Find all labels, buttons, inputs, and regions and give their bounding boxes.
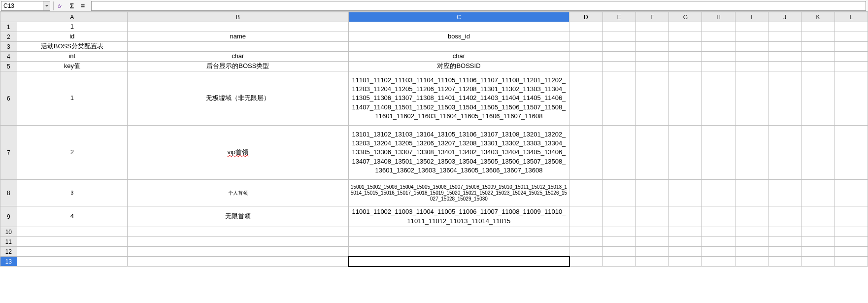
cell-I2[interactable] [735,32,768,42]
cell-J9[interactable] [768,206,801,227]
cell-L11[interactable] [835,237,868,247]
cell-L3[interactable] [835,42,868,52]
cell-I10[interactable] [735,227,768,237]
cell-J2[interactable] [768,32,801,42]
cell-J11[interactable] [768,237,801,247]
select-all-corner[interactable] [0,12,17,22]
column-header-B[interactable]: B [127,12,348,22]
row-header[interactable]: 13 [0,257,17,267]
cell-G4[interactable] [669,52,702,62]
cell-B6[interactable]: 无极墟域（非无限层） [127,71,348,126]
cell-I5[interactable] [735,62,768,71]
cell-B4[interactable]: char [127,52,348,62]
spreadsheet-grid[interactable]: ABCDEFGHIJKL 112idnameboss_id3活动BOSS分类配置… [0,12,868,267]
cell-E12[interactable] [602,247,635,257]
cell-A3[interactable]: 活动BOSS分类配置表 [17,42,127,52]
row-header[interactable]: 8 [0,180,17,206]
cell-H9[interactable] [702,206,735,227]
cell-G11[interactable] [669,237,702,247]
cell-K8[interactable] [801,180,835,206]
cell-J1[interactable] [768,22,801,32]
row-header[interactable]: 7 [0,126,17,180]
cell-C11[interactable] [348,237,569,247]
cell-L7[interactable] [835,126,868,180]
cell-C9[interactable]: 11001_11002_11003_11004_11005_11006_1100… [348,206,569,227]
cell-L2[interactable] [835,32,868,42]
row-header[interactable]: 9 [0,206,17,227]
cell-C5[interactable]: 对应的BOSSID [348,62,569,71]
cell-G3[interactable] [669,42,702,52]
cell-B11[interactable] [127,237,348,247]
cell-A4[interactable]: int [17,52,127,62]
cell-D10[interactable] [569,227,602,237]
row-header[interactable]: 6 [0,71,17,126]
cell-I9[interactable] [735,206,768,227]
equals-icon[interactable]: = [78,1,87,10]
cell-I8[interactable] [735,180,768,206]
cell-A10[interactable] [17,227,127,237]
cell-D7[interactable] [569,126,602,180]
name-box[interactable]: C13 [1,1,50,11]
cell-L9[interactable] [835,206,868,227]
cell-I3[interactable] [735,42,768,52]
cell-C8[interactable]: 15001_15002_15003_15004_15005_15006_1500… [348,180,569,206]
cell-H8[interactable] [702,180,735,206]
cell-B8[interactable]: 个人首领 [127,180,348,206]
cell-E3[interactable] [602,42,635,52]
cell-B5[interactable]: 后台显示的BOSS类型 [127,62,348,71]
cell-L13[interactable] [835,257,868,267]
cell-D3[interactable] [569,42,602,52]
cell-C12[interactable] [348,247,569,257]
cell-A12[interactable] [17,247,127,257]
row-header[interactable]: 12 [0,247,17,257]
cell-G7[interactable] [669,126,702,180]
cell-H13[interactable] [702,257,735,267]
cell-D13[interactable] [569,257,602,267]
cell-J3[interactable] [768,42,801,52]
cell-K2[interactable] [801,32,835,42]
cell-H2[interactable] [702,32,735,42]
cell-L10[interactable] [835,227,868,237]
cell-I13[interactable] [735,257,768,267]
column-header-D[interactable]: D [569,12,602,22]
cell-E10[interactable] [602,227,635,237]
cell-F7[interactable] [635,126,668,180]
cell-E6[interactable] [602,71,635,126]
cell-A11[interactable] [17,237,127,247]
cell-J12[interactable] [768,247,801,257]
cell-C1[interactable] [348,22,569,32]
cell-C7[interactable]: 13101_13102_13103_13104_13105_13106_1310… [348,126,569,180]
cell-K10[interactable] [801,227,835,237]
cell-A2[interactable]: id [17,32,127,42]
cell-H3[interactable] [702,42,735,52]
cell-L6[interactable] [835,71,868,126]
cell-E1[interactable] [602,22,635,32]
cell-D8[interactable] [569,180,602,206]
cell-B9[interactable]: 无限首领 [127,206,348,227]
column-header-F[interactable]: F [635,12,668,22]
cell-G1[interactable] [669,22,702,32]
cell-H7[interactable] [702,126,735,180]
cell-B10[interactable] [127,227,348,237]
cell-H12[interactable] [702,247,735,257]
cell-F1[interactable] [635,22,668,32]
cell-G9[interactable] [669,206,702,227]
cell-I6[interactable] [735,71,768,126]
cell-I12[interactable] [735,247,768,257]
cell-E9[interactable] [602,206,635,227]
column-header-A[interactable]: A [17,12,127,22]
cell-F4[interactable] [635,52,668,62]
cell-D4[interactable] [569,52,602,62]
cell-D6[interactable] [569,71,602,126]
cell-H10[interactable] [702,227,735,237]
cell-D12[interactable] [569,247,602,257]
cell-E11[interactable] [602,237,635,247]
cell-E4[interactable] [602,52,635,62]
cell-K13[interactable] [801,257,835,267]
cell-I4[interactable] [735,52,768,62]
cell-A6[interactable]: 1 [17,71,127,126]
cell-J13[interactable] [768,257,801,267]
row-header[interactable]: 11 [0,237,17,247]
cell-L12[interactable] [835,247,868,257]
cell-L4[interactable] [835,52,868,62]
